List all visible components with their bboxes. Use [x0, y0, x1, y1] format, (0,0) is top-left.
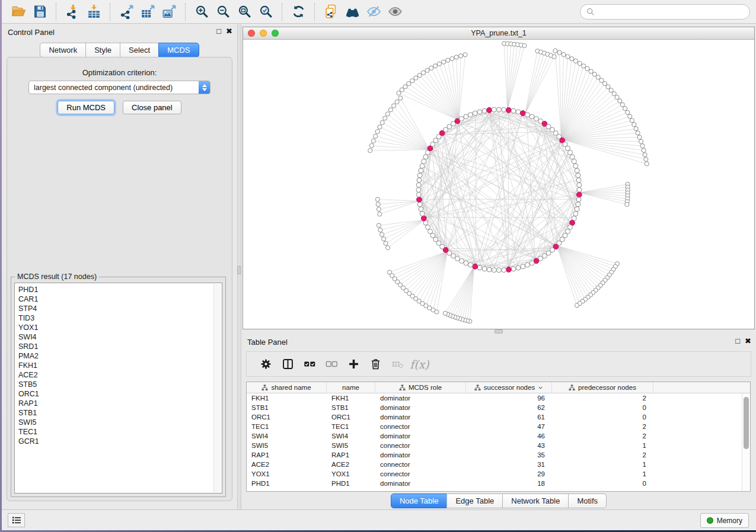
- binoculars-button[interactable]: [342, 2, 363, 21]
- sort-chevron-icon[interactable]: [538, 385, 543, 390]
- memory-button[interactable]: Memory: [700, 513, 749, 528]
- mcds-result-item[interactable]: FKH1: [18, 361, 222, 370]
- import-table-button[interactable]: [83, 2, 104, 21]
- tab-motifs[interactable]: Motifs: [568, 493, 607, 508]
- network-graph[interactable]: [243, 40, 754, 329]
- table-cell: YOX1: [247, 470, 327, 477]
- table-cell: 47: [466, 423, 552, 430]
- deselect-all-button[interactable]: [321, 354, 343, 374]
- table-row[interactable]: STB1STB1dominator620: [247, 403, 750, 412]
- gear-button[interactable]: [255, 354, 277, 374]
- table-cell: connector: [375, 470, 466, 477]
- mcds-result-item[interactable]: STB5: [18, 380, 222, 389]
- float-icon[interactable]: □: [735, 336, 740, 345]
- column-header-predecessor-nodes[interactable]: predecessor nodes: [552, 382, 653, 393]
- table-row[interactable]: PHD1PHD1dominator180: [247, 479, 750, 488]
- tab-node-table[interactable]: Node Table: [391, 493, 448, 508]
- list-scrollbar-track[interactable]: [213, 284, 221, 492]
- mcds-result-item[interactable]: SWI4: [18, 332, 222, 342]
- search-field[interactable]: [580, 4, 750, 20]
- table-row[interactable]: ORC1ORC1dominator610: [247, 412, 750, 422]
- tab-style[interactable]: Style: [85, 43, 120, 57]
- zoom-fit-button[interactable]: [234, 2, 255, 21]
- network-canvas[interactable]: [243, 40, 754, 329]
- mcds-result-item[interactable]: YOX1: [18, 323, 222, 332]
- table-cell: 0: [552, 414, 653, 421]
- table-cell: TEC1: [247, 423, 327, 430]
- mcds-result-item[interactable]: CAR1: [18, 294, 222, 304]
- tab-network-table[interactable]: Network Table: [502, 493, 569, 508]
- export-table-button[interactable]: [137, 2, 158, 21]
- table-cell: STB1: [327, 404, 375, 411]
- table-row[interactable]: SWI5SWI5connector431: [247, 441, 750, 450]
- column-header-successor-nodes[interactable]: successor nodes: [466, 382, 552, 393]
- import-network-button[interactable]: [62, 2, 83, 21]
- mcds-result-item[interactable]: PHD1: [18, 285, 222, 294]
- show-all-button[interactable]: [384, 2, 406, 21]
- mcds-result-item[interactable]: ORC1: [18, 389, 222, 399]
- save-button[interactable]: [29, 2, 50, 21]
- mcds-result-item[interactable]: ACE2: [18, 370, 222, 380]
- toolbar-separator: [282, 3, 282, 21]
- export-image-button[interactable]: [158, 2, 180, 21]
- open-folder-button[interactable]: [8, 2, 29, 21]
- criterion-select[interactable]: largest connected component (undirected): [28, 81, 210, 94]
- mcds-result-list[interactable]: PHD1CAR1STP4TID3YOX1SWI4SRD1PMA2FKH1ACE2…: [14, 283, 222, 493]
- tab-select[interactable]: Select: [120, 43, 159, 57]
- mcds-result-item[interactable]: RAP1: [18, 399, 222, 408]
- copy-share-button[interactable]: [320, 2, 342, 21]
- mcds-result-item[interactable]: SWI5: [18, 418, 222, 427]
- tab-edge-table[interactable]: Edge Table: [446, 493, 503, 508]
- select-all-button[interactable]: [299, 354, 321, 374]
- table-row[interactable]: SWI4SWI4dominator462: [247, 431, 750, 441]
- mcds-result-item[interactable]: SRD1: [18, 342, 222, 351]
- export-network-button[interactable]: [116, 2, 137, 21]
- vertical-splitter[interactable]: [237, 24, 241, 509]
- refresh-button[interactable]: [288, 2, 309, 21]
- close-panel-button[interactable]: Close panel: [123, 101, 181, 114]
- splitter-handle[interactable]: [495, 329, 503, 334]
- search-icon: [586, 7, 595, 17]
- zoom-out-button[interactable]: [212, 2, 234, 21]
- zoom-in-button[interactable]: [191, 2, 212, 21]
- column-header-name[interactable]: name: [327, 382, 375, 393]
- delete-button[interactable]: [365, 354, 387, 374]
- table-row[interactable]: RAP1RAP1dominator352: [247, 450, 750, 460]
- column-header-MCDS-role[interactable]: MCDS role: [375, 382, 466, 393]
- table-cell: 0: [552, 404, 653, 411]
- splitter-handle[interactable]: [237, 266, 241, 274]
- table-row[interactable]: TEC1TEC1connector472: [247, 422, 750, 431]
- table-scrollbar[interactable]: [742, 393, 750, 491]
- scrollbar-thumb[interactable]: [744, 397, 749, 449]
- columns-button[interactable]: [277, 354, 299, 374]
- hide-selected-button[interactable]: [363, 2, 384, 21]
- close-icon[interactable]: ✖: [745, 336, 751, 345]
- table-row[interactable]: FKH1FKH1dominator962: [247, 393, 750, 403]
- mcds-result-item[interactable]: TID3: [18, 313, 222, 323]
- table-row[interactable]: ACE2ACE2connector311: [247, 460, 750, 469]
- column-header-shared-name[interactable]: shared name: [247, 382, 327, 393]
- table-row[interactable]: YOX1YOX1connector291: [247, 469, 750, 479]
- tab-network[interactable]: Network: [40, 43, 86, 57]
- zoom-selected-button[interactable]: [255, 2, 276, 21]
- table-cell: connector: [375, 423, 466, 430]
- node-table[interactable]: shared namenameMCDS rolesuccessor nodesp…: [246, 382, 751, 492]
- search-input[interactable]: [598, 8, 744, 16]
- deselect-all-icon: [326, 358, 338, 370]
- run-mcds-button[interactable]: Run MCDS: [58, 101, 114, 114]
- mcds-result-item[interactable]: STP4: [18, 304, 222, 313]
- mcds-result-item[interactable]: STB1: [18, 408, 222, 418]
- table-cell: 62: [466, 404, 552, 411]
- tab-mcds[interactable]: MCDS: [158, 43, 199, 57]
- mcds-result-item[interactable]: TEC1: [18, 427, 222, 437]
- add-button[interactable]: [343, 354, 365, 374]
- float-icon[interactable]: □: [216, 27, 221, 36]
- mcds-result-item[interactable]: PMA2: [18, 351, 222, 361]
- task-history-button[interactable]: [8, 513, 25, 527]
- mcds-result-item[interactable]: GCR1: [18, 437, 222, 446]
- toolbar-separator: [56, 3, 56, 21]
- import-network-icon: [65, 4, 80, 19]
- horizontal-splitter[interactable]: [241, 329, 756, 334]
- table-cell: SWI5: [247, 442, 327, 449]
- close-icon[interactable]: ✖: [226, 27, 232, 36]
